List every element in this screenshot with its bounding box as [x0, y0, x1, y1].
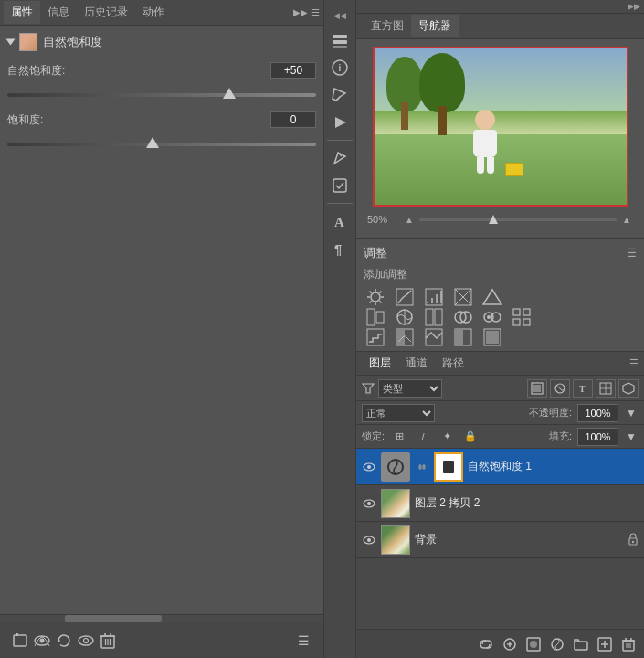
- layers-panel: 图层 通道 路径 ☰ 类型: [356, 351, 644, 658]
- child-body: [473, 130, 497, 157]
- adj-gradient-btn[interactable]: [480, 307, 504, 327]
- toolbar-delete-btn[interactable]: [97, 630, 119, 652]
- zoom-slider-track[interactable]: [419, 218, 617, 221]
- layer-op-transform-btn[interactable]: [596, 379, 616, 398]
- toolbar-view-btn[interactable]: [75, 630, 97, 652]
- right-top-arrow[interactable]: ▶▶: [628, 2, 640, 11]
- lock-pixel-btn[interactable]: ⊞: [390, 429, 408, 445]
- layer-adjustment-btn[interactable]: [547, 634, 567, 654]
- saturation-value[interactable]: [270, 111, 316, 128]
- layers-filter-toolbar: 类型: [356, 376, 644, 401]
- svg-line-29: [370, 292, 372, 293]
- toolbar-more-btn[interactable]: ☰: [292, 630, 314, 652]
- tabs-bar: 属性 信息 历史记录 动作 ▶▶ ☰: [0, 0, 323, 26]
- fill-dropdown-btn[interactable]: ▼: [624, 430, 639, 443]
- layer-op-pixel-btn[interactable]: [527, 379, 547, 398]
- tool-play-icon[interactable]: [327, 110, 353, 135]
- layer-item-copy[interactable]: 图层 2 拷贝 2: [356, 485, 644, 522]
- fill-input[interactable]: [577, 428, 618, 446]
- adj-colorlookup-btn[interactable]: [451, 307, 475, 327]
- adj-grid-btn[interactable]: [510, 307, 533, 327]
- tab-menu-icon[interactable]: ☰: [311, 7, 320, 17]
- adj-levels-btn[interactable]: [422, 287, 446, 307]
- blend-mode-select[interactable]: 正常: [362, 404, 435, 422]
- svg-marker-20: [335, 117, 346, 128]
- tab-actions[interactable]: 动作: [135, 1, 172, 24]
- layer-op-type-btn[interactable]: T: [573, 379, 593, 398]
- navigator-canvas[interactable]: [373, 47, 628, 207]
- tab-histogram[interactable]: 直方图: [364, 15, 411, 37]
- zoom-decrease-btn[interactable]: ▲: [403, 213, 416, 226]
- svg-rect-66: [533, 385, 541, 392]
- tab-channels[interactable]: 通道: [398, 353, 435, 374]
- vibrance-thumb[interactable]: [223, 88, 236, 99]
- tool-paragraph-icon[interactable]: ¶: [327, 236, 353, 261]
- svg-point-85: [530, 641, 537, 648]
- adj-selectivecolor-btn[interactable]: [422, 327, 446, 347]
- adj-invert-btn[interactable]: [451, 327, 475, 347]
- tab-layers[interactable]: 图层: [362, 353, 398, 374]
- lock-all-btn[interactable]: 🔒: [461, 429, 480, 445]
- tab-navigator[interactable]: 导航器: [411, 15, 459, 37]
- vibrance-value[interactable]: [270, 62, 316, 79]
- adj-colorbalance-btn[interactable]: [480, 287, 504, 307]
- tool-brush-icon[interactable]: [327, 82, 353, 108]
- add-adjustment-label: 添加调整: [364, 264, 637, 287]
- opacity-label: 不透明度:: [529, 406, 572, 419]
- tab-forward-icon[interactable]: ▶▶: [293, 7, 308, 17]
- layers-menu-btn[interactable]: ☰: [629, 357, 639, 369]
- layer-link-btn[interactable]: [476, 634, 496, 654]
- tool-layers-icon[interactable]: [327, 27, 353, 53]
- layer-new-btn[interactable]: [595, 634, 615, 654]
- layer-mask-btn[interactable]: [523, 634, 544, 654]
- toolbar-reset-btn[interactable]: [53, 630, 75, 652]
- filter-type-select[interactable]: 类型: [378, 379, 442, 398]
- toolbar-eye-btn[interactable]: [31, 630, 53, 652]
- lock-paint-btn[interactable]: /: [414, 429, 432, 445]
- adj-channelmixer-btn[interactable]: [364, 307, 387, 327]
- svg-rect-63: [486, 331, 499, 344]
- adj-brightness-btn[interactable]: [364, 287, 387, 307]
- layer-item-vibrance[interactable]: 自然饱和度 1: [356, 449, 644, 485]
- opacity-input[interactable]: [577, 404, 618, 422]
- svg-rect-87: [575, 642, 587, 650]
- tab-paths[interactable]: 路径: [435, 353, 471, 374]
- properties-content: 自然饱和度 自然饱和度: 饱和度:: [0, 26, 323, 327]
- tab-history[interactable]: 历史记录: [77, 1, 135, 24]
- svg-rect-16: [333, 46, 347, 48]
- adj-posterize-btn[interactable]: [364, 327, 387, 347]
- layer-op-adj-btn[interactable]: [550, 379, 570, 398]
- zoom-percent: 50%: [367, 214, 399, 225]
- fill-label: 填充:: [549, 430, 572, 443]
- tab-properties[interactable]: 属性: [4, 1, 40, 24]
- layer-eye-copy[interactable]: [362, 496, 376, 511]
- layer-thumb-copy: [381, 489, 410, 518]
- collapse-icon[interactable]: [6, 39, 16, 46]
- tool-stamp-icon[interactable]: [327, 173, 353, 198]
- adj-vibrance-btn[interactable]: [422, 307, 446, 327]
- tab-info[interactable]: 信息: [40, 1, 77, 24]
- adj-huesaturation-btn[interactable]: [393, 307, 417, 327]
- zoom-slider-thumb[interactable]: [489, 215, 498, 224]
- adj-solidcolor-btn[interactable]: [480, 327, 504, 347]
- layer-eye-background[interactable]: [362, 533, 376, 547]
- adj-exposure-btn[interactable]: [451, 287, 475, 307]
- layer-group-btn[interactable]: [571, 634, 591, 654]
- tool-text-icon[interactable]: A: [327, 208, 353, 234]
- layer-delete-btn[interactable]: [618, 634, 639, 654]
- lock-move-btn[interactable]: ✦: [438, 429, 456, 445]
- saturation-thumb[interactable]: [146, 137, 159, 148]
- opacity-dropdown-btn[interactable]: ▼: [624, 407, 639, 419]
- toolbar-snapshot-btn[interactable]: [9, 630, 31, 652]
- layer-eye-vibrance[interactable]: [362, 460, 376, 474]
- adj-curves-btn[interactable]: [393, 287, 417, 307]
- adj-threshold-btn[interactable]: [393, 327, 417, 347]
- layer-item-background[interactable]: 背景: [356, 522, 644, 558]
- layer-effects-btn[interactable]: [500, 634, 520, 654]
- tool-info-icon[interactable]: i: [327, 55, 353, 80]
- sidebar-top-arrow[interactable]: ◀◀: [333, 11, 346, 20]
- layer-op-smartobj-btn[interactable]: [618, 379, 639, 398]
- adjustments-menu-btn[interactable]: ☰: [627, 247, 637, 260]
- tool-pen-icon[interactable]: [327, 145, 353, 171]
- zoom-increase-btn[interactable]: ▲: [620, 213, 633, 226]
